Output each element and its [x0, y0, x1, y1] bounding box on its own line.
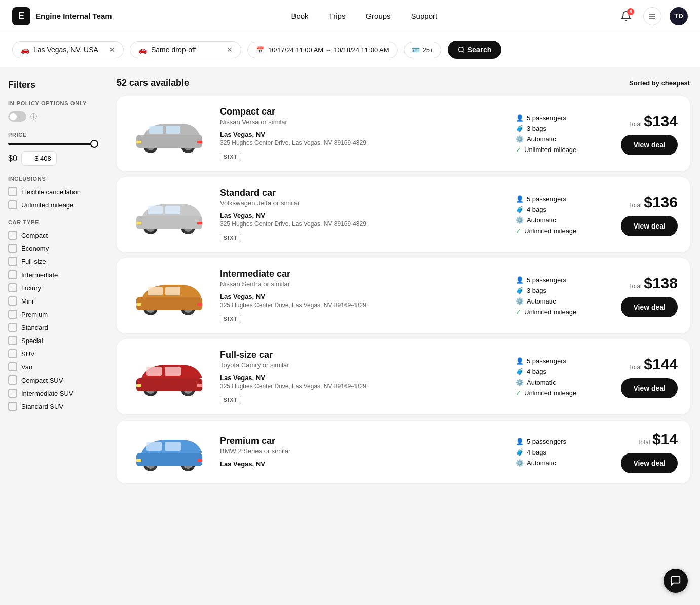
- svg-point-3: [458, 47, 463, 52]
- view-deal-compact[interactable]: View deal: [621, 135, 678, 155]
- checkbox-intermediate-suv[interactable]: Intermediate SUV: [8, 389, 98, 398]
- checkbox-fullsize[interactable]: Full-size: [8, 257, 98, 266]
- checkbox-mini[interactable]: Mini: [8, 296, 98, 306]
- clear-dropoff-button[interactable]: ✕: [227, 46, 233, 54]
- svg-rect-45: [136, 453, 202, 466]
- checkbox-van-box[interactable]: [8, 362, 17, 371]
- car-type-section: CAR TYPE Compact Economy Full-size Inter…: [8, 219, 98, 411]
- checkbox-compact-suv[interactable]: Compact SUV: [8, 375, 98, 385]
- location-field[interactable]: 🚗 Las Vegas, NV, USA ✕: [12, 41, 124, 58]
- checkbox-standard[interactable]: Standard: [8, 323, 98, 332]
- svg-rect-47: [165, 442, 181, 451]
- checkbox-economy[interactable]: Economy: [8, 244, 98, 253]
- car-image-standard: [129, 195, 210, 235]
- checkbox-standard-suv[interactable]: Standard SUV: [8, 402, 98, 411]
- clear-location-button[interactable]: ✕: [109, 46, 115, 54]
- svg-rect-10: [149, 126, 163, 134]
- checkbox-intermediate-suv-box[interactable]: [8, 389, 17, 398]
- search-button-label: Search: [468, 46, 492, 54]
- price-area-premium: Total $14 View deal: [607, 431, 678, 473]
- svg-rect-13: [197, 141, 202, 143]
- bags-icon: 🧳: [515, 125, 524, 132]
- compact-label: Compact: [21, 232, 48, 239]
- nav-book[interactable]: Book: [287, 10, 312, 22]
- car-features-intermediate: 👤 5 passengers 🧳 3 bags ⚙️ Automatic ✓ U…: [515, 276, 597, 316]
- checkbox-mini-box[interactable]: [8, 296, 17, 306]
- car-info-intermediate: Intermediate car Nissan Sentra or simila…: [220, 269, 505, 323]
- avatar[interactable]: TD: [670, 7, 688, 25]
- car-address-fullsize: 325 Hughes Center Drive, Las Vegas, NV 8…: [220, 383, 505, 390]
- nav-support[interactable]: Support: [407, 10, 442, 22]
- results-header: 52 cars available Sorted by cheapest: [117, 78, 690, 88]
- checkbox-special-box[interactable]: [8, 336, 17, 345]
- dropoff-field[interactable]: 🚗 Same drop-off ✕: [130, 41, 241, 58]
- price-slider-track[interactable]: [8, 143, 98, 145]
- view-deal-intermediate[interactable]: View deal: [621, 297, 678, 317]
- checkbox-standard-suv-box[interactable]: [8, 402, 17, 411]
- svg-rect-12: [136, 141, 141, 143]
- svg-rect-49: [197, 459, 202, 462]
- checkbox-intermediate[interactable]: Intermediate: [8, 270, 98, 279]
- checkbox-unlimited-mileage-box[interactable]: [8, 200, 17, 209]
- checkbox-flexible-cancellation-box[interactable]: [8, 187, 17, 196]
- car-location-premium: Las Vegas, NV: [220, 460, 505, 468]
- transmission-row-standard: ⚙️ Automatic: [515, 216, 597, 224]
- price-max-input[interactable]: [21, 151, 57, 166]
- car-model-premium: BMW 2 Series or similar: [220, 447, 505, 455]
- price-range: $0: [8, 143, 98, 166]
- menu-button[interactable]: [643, 7, 661, 25]
- header-right: 5 TD: [617, 7, 688, 25]
- car-location-intermediate: Las Vegas, NV: [220, 293, 505, 300]
- car-card-fullsize: Full-size car Toyota Camry or similar La…: [117, 339, 690, 414]
- main-content: Filters IN-POLICY OPTIONS ONLY ⓘ PRICE $…: [0, 67, 700, 500]
- search-button[interactable]: Search: [448, 41, 502, 59]
- bags-row-standard: 🧳 4 bags: [515, 206, 597, 213]
- info-icon[interactable]: ⓘ: [30, 112, 37, 121]
- checkbox-compact[interactable]: Compact: [8, 231, 98, 240]
- view-deal-standard[interactable]: View deal: [621, 216, 678, 236]
- nav-trips[interactable]: Trips: [325, 10, 350, 22]
- checkbox-intermediate-box[interactable]: [8, 270, 17, 279]
- checkbox-unlimited-mileage[interactable]: Unlimited mileage: [8, 200, 98, 209]
- checkbox-premium-box[interactable]: [8, 310, 17, 319]
- checkbox-economy-box[interactable]: [8, 244, 17, 253]
- car-location-compact: Las Vegas, NV: [220, 131, 505, 138]
- checkbox-compact-box[interactable]: [8, 231, 17, 240]
- checkbox-luxury[interactable]: Luxury: [8, 283, 98, 292]
- view-deal-fullsize[interactable]: View deal: [621, 378, 678, 398]
- car-type-standard: Standard car: [220, 187, 505, 198]
- menu-icon: [648, 12, 656, 20]
- checkbox-compact-suv-box[interactable]: [8, 375, 17, 385]
- svg-rect-22: [197, 222, 202, 224]
- nav-groups[interactable]: Groups: [361, 10, 394, 22]
- checkbox-premium[interactable]: Premium: [8, 310, 98, 319]
- price-premium-partial: $14: [652, 431, 678, 447]
- total-label-compact: Total $134: [629, 112, 678, 130]
- results-section: 52 cars available Sorted by cheapest: [106, 67, 700, 500]
- checkbox-standard-box[interactable]: [8, 323, 17, 332]
- checkbox-fullsize-box[interactable]: [8, 257, 17, 266]
- checkbox-flexible-cancellation[interactable]: Flexible cancellation: [8, 187, 98, 196]
- checkbox-special[interactable]: Special: [8, 336, 98, 345]
- notifications-button[interactable]: 5: [617, 7, 635, 25]
- svg-rect-11: [166, 126, 180, 134]
- checkbox-luxury-box[interactable]: [8, 283, 17, 292]
- economy-label: Economy: [21, 245, 49, 252]
- results-count: 52 cars available: [117, 78, 189, 88]
- mileage-row-compact: ✓ Unlimited mileage: [515, 146, 597, 154]
- age-card-icon: 🪪: [412, 46, 420, 54]
- price-area-standard: Total $136 View deal: [607, 194, 678, 236]
- unlimited-mileage-label: Unlimited mileage: [21, 201, 73, 209]
- checkbox-suv-box[interactable]: [8, 349, 17, 358]
- calendar-icon: 📅: [256, 46, 264, 54]
- checkbox-suv[interactable]: SUV: [8, 349, 98, 358]
- in-policy-toggle[interactable]: [8, 111, 26, 122]
- date-field[interactable]: 📅 10/17/24 11:00 AM → 10/18/24 11:00 AM: [247, 42, 398, 58]
- age-field[interactable]: 🪪 25+: [404, 42, 441, 58]
- checkbox-van[interactable]: Van: [8, 362, 98, 371]
- car-info-fullsize: Full-size car Toyota Camry or similar La…: [220, 350, 505, 404]
- view-deal-premium[interactable]: View deal: [621, 453, 678, 473]
- car-card-compact: Compact car Nissan Versa or similar Las …: [117, 96, 690, 171]
- price-slider-handle[interactable]: [90, 140, 98, 148]
- car-illustration-compact: [131, 114, 207, 154]
